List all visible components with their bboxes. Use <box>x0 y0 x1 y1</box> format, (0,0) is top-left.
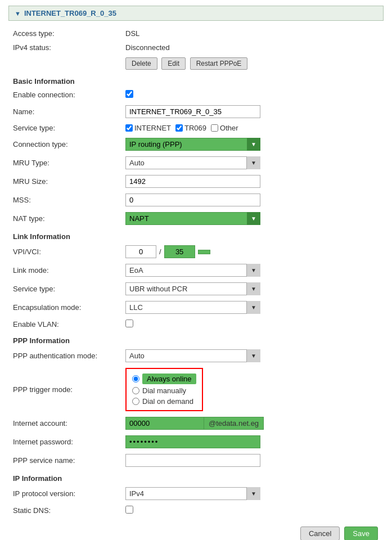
ip-protocol-label: IP protocol version: <box>8 484 121 503</box>
vpi-vci-row: VPI/VCI: / <box>8 242 384 261</box>
ppp-trigger-dial-manually-item: Dial manually <box>132 386 196 395</box>
mru-size-input[interactable] <box>125 175 260 188</box>
form-table: Access type: DSL IPv4 status: Disconnect… <box>8 26 384 518</box>
mss-label: MSS: <box>8 191 121 209</box>
internet-password-input[interactable] <box>125 435 260 448</box>
internet-password-label: Internet password: <box>8 433 121 451</box>
service-tr069-checkbox[interactable] <box>175 124 183 132</box>
internet-account-input[interactable] <box>125 417 204 430</box>
ppp-trigger-cell: Always online Dial manually Dial on dema… <box>121 365 384 414</box>
link-service-type-select[interactable]: UBR without PCR UBR with PCR CBR <box>125 282 260 295</box>
enable-connection-checkbox[interactable] <box>125 90 133 98</box>
enable-connection-row: Enable connection: <box>8 87 384 102</box>
service-internet-label: INTERNET <box>134 124 171 132</box>
mru-type-label: MRU Type: <box>8 154 121 172</box>
ppp-trigger-row: PPP trigger mode: Always online Dial man… <box>8 365 384 414</box>
connection-type-select[interactable]: IP routing (PPP) Bridging IP routing (DH… <box>125 138 260 151</box>
delete-button[interactable]: Delete <box>125 57 157 70</box>
ppp-trigger-dial-demand-radio[interactable] <box>132 398 139 405</box>
internet-password-row: Internet password: <box>8 433 384 451</box>
service-tr069-label: TR069 <box>184 124 206 132</box>
enable-vlan-checkbox[interactable] <box>125 320 133 327</box>
edit-button[interactable]: Edit <box>161 57 186 70</box>
connection-type-label: Connection type: <box>8 135 121 154</box>
service-type-label: Service type: <box>8 121 121 135</box>
link-mode-row: Link mode: EoA ATM <box>8 261 384 280</box>
name-input[interactable] <box>125 105 260 118</box>
vpi-vci-label: VPI/VCI: <box>8 242 121 261</box>
ppp-service-name-input[interactable] <box>125 454 260 467</box>
service-internet-checkbox[interactable] <box>125 124 133 132</box>
ipv4-status-label: IPv4 status: <box>8 40 121 55</box>
ppp-trigger-box: Always online Dial manually Dial on dema… <box>125 368 203 411</box>
ppp-trigger-radio-group: Always online Dial manually Dial on dema… <box>132 374 196 406</box>
collapse-arrow-icon[interactable]: ▼ <box>15 10 21 17</box>
ppp-trigger-dial-manually-radio[interactable] <box>132 387 139 394</box>
enable-vlan-cell <box>121 317 384 332</box>
mru-type-cell: Auto Manual <box>121 154 384 172</box>
name-row: Name: <box>8 102 384 121</box>
encap-mode-select[interactable]: LLC VC Mux <box>125 301 260 314</box>
name-cell <box>121 102 384 121</box>
name-label: Name: <box>8 102 121 121</box>
basic-info-section: Basic Information <box>8 73 384 87</box>
mru-type-select[interactable]: Auto Manual <box>125 156 260 169</box>
ppp-trigger-dial-manually-label: Dial manually <box>142 386 186 395</box>
section-header: ▼ INTERNET_TR069_R_0_35 <box>8 6 384 21</box>
save-button[interactable]: Save <box>344 526 378 540</box>
link-service-type-label: Service type: <box>8 280 121 298</box>
encap-mode-row: Encapsulation mode: LLC VC Mux <box>8 298 384 317</box>
link-service-type-row: Service type: UBR without PCR UBR with P… <box>8 280 384 298</box>
vpi-input[interactable] <box>125 245 156 258</box>
enable-connection-label: Enable connection: <box>8 87 121 102</box>
connection-type-row: Connection type: IP routing (PPP) Bridgi… <box>8 135 384 154</box>
ppp-trigger-label: PPP trigger mode: <box>8 365 121 414</box>
vci-input[interactable] <box>164 245 195 258</box>
link-mode-select[interactable]: EoA ATM <box>125 264 260 277</box>
mru-size-row: MRU Size: <box>8 172 384 191</box>
link-service-type-cell: UBR without PCR UBR with PCR CBR <box>121 280 384 298</box>
service-other-label: Other <box>220 124 238 132</box>
enable-vlan-label: Enable VLAN: <box>8 317 121 332</box>
mru-size-cell <box>121 172 384 191</box>
encap-mode-cell: LLC VC Mux <box>121 298 384 317</box>
mss-input[interactable] <box>125 194 260 206</box>
ppp-auth-select[interactable]: Auto PAP CHAP <box>125 349 260 362</box>
basic-info-label: Basic Information <box>8 73 384 87</box>
ppp-info-label: PPP Information <box>8 332 384 346</box>
static-dns-checkbox[interactable] <box>125 506 133 514</box>
access-type-label: Access type: <box>8 26 121 40</box>
ip-protocol-select[interactable]: IPv4 IPv6 IPv4/IPv6 <box>125 487 260 500</box>
internet-account-label: Internet account: <box>8 414 121 433</box>
internet-account-cell: @tedata.net.eg <box>121 414 384 433</box>
ppp-service-name-label: PPP service name: <box>8 451 121 470</box>
vpi-vci-cell: / <box>121 242 384 261</box>
restart-pppoe-button[interactable]: Restart PPPoE <box>190 57 248 70</box>
static-dns-cell <box>121 503 384 518</box>
service-other-checkbox[interactable] <box>211 124 218 132</box>
nat-type-cell: NAPT NAT None <box>121 209 384 228</box>
ppp-trigger-always-online-radio[interactable] <box>132 375 139 382</box>
internet-password-cell <box>121 433 384 451</box>
mss-row: MSS: <box>8 191 384 209</box>
nat-type-select[interactable]: NAPT NAT None <box>125 212 260 225</box>
vci-apply-button[interactable] <box>198 250 210 254</box>
ppp-trigger-always-online-label: Always online <box>142 374 196 384</box>
vpi-vci-separator: / <box>159 248 161 256</box>
encap-mode-label: Encapsulation mode: <box>8 298 121 317</box>
access-type-value: DSL <box>121 26 384 40</box>
action-buttons-row: Delete Edit Restart PPPoE <box>8 55 384 73</box>
ppp-trigger-dial-demand-label: Dial on demand <box>142 397 193 406</box>
internet-account-row: Internet account: @tedata.net.eg <box>8 414 384 433</box>
link-info-label: Link Information <box>8 228 384 242</box>
cancel-button[interactable]: Cancel <box>300 526 340 540</box>
ip-protocol-row: IP protocol version: IPv4 IPv6 IPv4/IPv6 <box>8 484 384 503</box>
link-mode-cell: EoA ATM <box>121 261 384 280</box>
section-title: INTERNET_TR069_R_0_35 <box>24 9 116 17</box>
link-mode-label: Link mode: <box>8 261 121 280</box>
mss-cell <box>121 191 384 209</box>
mru-size-label: MRU Size: <box>8 172 121 191</box>
connection-type-cell: IP routing (PPP) Bridging IP routing (DH… <box>121 135 384 154</box>
bottom-buttons: Cancel Save <box>8 526 384 540</box>
service-type-row: Service type: INTERNET TR069 Other <box>8 121 384 135</box>
